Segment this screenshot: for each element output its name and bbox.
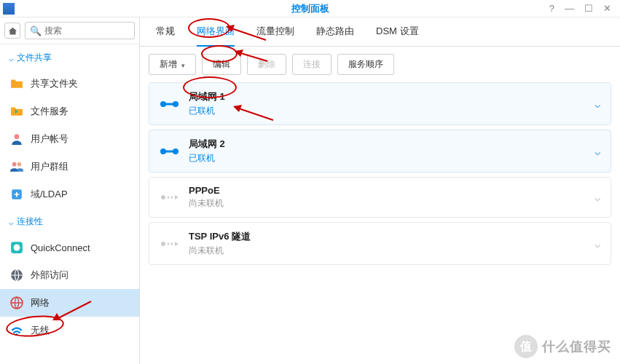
- sidebar-item-label: 无线: [31, 324, 50, 337]
- tab-general[interactable]: 常规: [156, 25, 175, 46]
- section-label: 文件共享: [17, 52, 52, 64]
- svg-point-9: [160, 101, 166, 107]
- sidebar-item-label: 用户帐号: [31, 132, 68, 146]
- wifi-icon: [10, 324, 23, 337]
- home-icon: [8, 26, 17, 36]
- caret-down-icon: [181, 60, 185, 70]
- sidebar-item-quickconnect[interactable]: QuickConnect: [0, 234, 139, 261]
- chevron-down-icon: ⌵: [595, 98, 600, 110]
- users-icon: [10, 160, 23, 173]
- search-icon: 🔍: [30, 25, 42, 36]
- folder-icon: [10, 77, 23, 90]
- tab-static-route[interactable]: 静态路由: [316, 25, 354, 46]
- connection-title: PPPoE: [189, 185, 595, 196]
- sidebar-item-network[interactable]: 网络: [0, 289, 139, 317]
- delete-button[interactable]: 删除: [247, 54, 286, 75]
- main-panel: 常规 网络界面 流量控制 静态路由 DSM 设置 新增 编辑 删除 连接 服务顺…: [140, 17, 620, 364]
- section-file-share[interactable]: 文件共享: [0, 44, 139, 70]
- sidebar-item-label: QuickConnect: [31, 242, 90, 253]
- sidebar-item-wireless[interactable]: 无线: [0, 317, 139, 344]
- edit-button[interactable]: 编辑: [202, 54, 241, 75]
- folder-arrow-icon: [10, 105, 23, 118]
- watermark-badge: 值: [514, 335, 538, 358]
- toolbar: 新增 编辑 删除 连接 服务顺序: [140, 47, 620, 82]
- svg-point-20: [171, 242, 173, 245]
- svg-point-18: [161, 242, 165, 246]
- tab-traffic-control[interactable]: 流量控制: [256, 25, 294, 46]
- svg-point-11: [173, 101, 178, 107]
- sidebar-item-label: 共享文件夹: [31, 77, 78, 90]
- connection-lan2[interactable]: 局域网 2 已联机 ⌵: [149, 130, 611, 173]
- chevron-down-icon: ⌵: [595, 146, 600, 157]
- connection-status: 已联机: [189, 105, 595, 117]
- sidebar-item-shared-folder[interactable]: 共享文件夹: [0, 70, 139, 98]
- connection-status: 尚未联机: [189, 245, 595, 257]
- maximize-button[interactable]: ☐: [584, 3, 593, 14]
- connection-lan1[interactable]: 局域网 1 已联机 ⌵: [149, 82, 611, 125]
- tab-dsm-settings[interactable]: DSM 设置: [376, 25, 419, 46]
- watermark: 值 什么值得买: [514, 335, 611, 358]
- sidebar-item-label: 外部访问: [31, 269, 68, 282]
- globe-icon: [10, 269, 23, 282]
- svg-point-0: [15, 134, 20, 139]
- domain-icon: [10, 188, 23, 201]
- chevron-down-icon: ⌵: [595, 191, 600, 203]
- chevron-down-icon: [9, 217, 14, 227]
- connection-title: 局域网 2: [189, 138, 595, 151]
- connection-pppoe[interactable]: PPPoE 尚未联机 ⌵: [149, 177, 611, 218]
- svg-point-2: [17, 162, 22, 167]
- quickconnect-icon: [10, 241, 23, 254]
- sidebar-item-label: 用户群组: [31, 160, 68, 173]
- tabs: 常规 网络界面 流量控制 静态路由 DSM 设置: [140, 17, 620, 47]
- connection-status: 尚未联机: [189, 197, 595, 210]
- svg-point-19: [168, 242, 170, 245]
- titlebar: 控制面板 ? — ☐ ✕: [0, 0, 620, 17]
- connection-title: 局域网 1: [189, 90, 595, 103]
- chevron-down-icon: ⌵: [595, 238, 600, 250]
- connection-title: TSP IPv6 隧道: [189, 230, 595, 243]
- svg-point-16: [168, 197, 170, 199]
- disconnected-icon: [160, 237, 180, 251]
- connect-button[interactable]: 连接: [292, 54, 331, 75]
- sidebar-item-file-services[interactable]: 文件服务: [0, 98, 139, 125]
- help-button[interactable]: ?: [549, 3, 554, 14]
- close-button[interactable]: ✕: [603, 3, 611, 14]
- sidebar-item-user-group[interactable]: 用户群组: [0, 153, 139, 181]
- add-button[interactable]: 新增: [149, 54, 196, 75]
- app-icon: [3, 3, 15, 15]
- network-icon: [10, 296, 23, 309]
- minimize-button[interactable]: —: [565, 3, 574, 14]
- svg-point-17: [171, 197, 173, 199]
- svg-point-12: [160, 149, 166, 154]
- chevron-down-icon: [9, 53, 14, 63]
- disconnected-icon: [160, 190, 180, 205]
- sidebar: 🔍 文件共享 共享文件夹 文件服务 用户帐号 用户群组 域/LDAP: [0, 17, 140, 364]
- watermark-text: 什么值得买: [542, 338, 611, 355]
- svg-point-8: [15, 333, 17, 336]
- sidebar-item-domain-ldap[interactable]: 域/LDAP: [0, 181, 139, 208]
- home-button[interactable]: [4, 23, 20, 39]
- sidebar-item-label: 网络: [31, 296, 50, 309]
- section-connectivity[interactable]: 连接性: [0, 208, 139, 234]
- ethernet-icon: [160, 97, 180, 111]
- window-title: 控制面板: [291, 2, 329, 15]
- sidebar-item-user-account[interactable]: 用户帐号: [0, 125, 139, 153]
- ethernet-icon: [160, 144, 180, 159]
- sidebar-item-label: 文件服务: [31, 105, 68, 118]
- svg-point-1: [12, 162, 17, 167]
- svg-point-14: [173, 149, 178, 154]
- tab-network-interface[interactable]: 网络界面: [197, 25, 235, 47]
- service-order-button[interactable]: 服务顺序: [337, 54, 394, 75]
- search-box[interactable]: 🔍: [25, 22, 135, 39]
- connection-tsp-ipv6[interactable]: TSP IPv6 隧道 尚未联机 ⌵: [149, 222, 611, 265]
- sidebar-item-external-access[interactable]: 外部访问: [0, 261, 139, 289]
- sidebar-item-label: 域/LDAP: [31, 188, 68, 201]
- connection-list: 局域网 1 已联机 ⌵ 局域网 2 已联机 ⌵ PPPoE 尚未联机: [140, 82, 620, 269]
- search-input[interactable]: [44, 25, 130, 36]
- svg-point-5: [14, 245, 20, 251]
- user-icon: [10, 132, 23, 146]
- connection-status: 已联机: [189, 152, 595, 165]
- section-label: 连接性: [17, 215, 43, 228]
- svg-point-15: [161, 195, 165, 199]
